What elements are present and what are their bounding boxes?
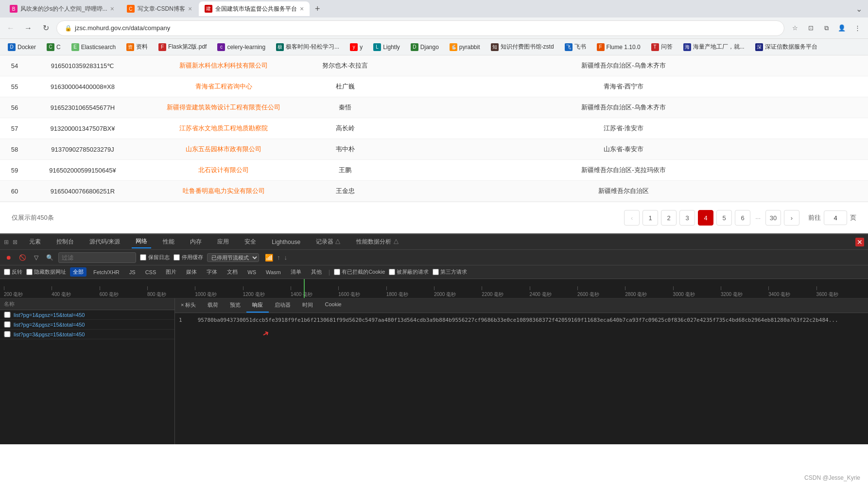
rp-tab-cookie[interactable]: Cookie: [319, 298, 347, 313]
devtools-tab-perfdata[interactable]: 性能数据分析 △: [352, 236, 402, 248]
page-3-button[interactable]: 3: [679, 210, 695, 226]
filter-toggle[interactable]: ▽: [31, 253, 41, 262]
tab-1-close[interactable]: ×: [110, 5, 114, 13]
bookmark-pyrabbit[interactable]: 🐇 pyrabbit: [446, 42, 484, 52]
rp-tab-initiator[interactable]: 启动器: [269, 298, 296, 313]
company-link[interactable]: 吐鲁番明嘉电力实业有限公司: [183, 187, 265, 194]
page-6-button[interactable]: 6: [735, 210, 750, 226]
type-other-button[interactable]: 其他: [308, 267, 325, 277]
bookmark-flume[interactable]: F Flume 1.10.0: [593, 42, 644, 52]
back-button[interactable]: ←: [4, 21, 17, 35]
invert-checkbox[interactable]: 反转: [4, 268, 22, 276]
devtools-tab-recorder[interactable]: 记录器 △: [312, 236, 345, 248]
rp-tab-timing[interactable]: 时间: [296, 298, 319, 313]
devtools-tab-elements[interactable]: 元素: [25, 236, 45, 248]
browser-options[interactable]: ⌄: [854, 2, 864, 16]
hide-data-url-checkbox[interactable]: 隐藏数据网址: [26, 268, 66, 276]
rp-tab-preview[interactable]: 预览: [224, 298, 246, 313]
tab-2[interactable]: C 写文章-CSDN博客 ×: [121, 1, 198, 16]
wifi-icon[interactable]: 📶: [265, 254, 273, 262]
tab-1[interactable]: B 风吹来的沙s的个人空间_哔哩哔... ×: [4, 1, 120, 16]
record-button[interactable]: ⏺: [4, 253, 14, 262]
type-ws-button[interactable]: WS: [244, 268, 259, 276]
devtools-tab-application[interactable]: 应用: [213, 236, 233, 248]
extension-button[interactable]: ⧉: [819, 21, 833, 35]
devtools-tab-memory[interactable]: 内存: [186, 236, 206, 248]
devtools-tab-network[interactable]: 网络: [132, 235, 151, 248]
bookmark-star[interactable]: ☆: [788, 21, 802, 35]
bookmark-flask[interactable]: F Flask第2版.pdf: [155, 41, 210, 52]
company-link[interactable]: 新疆新水科信水利科技有限公司: [179, 62, 268, 69]
bookmark-zhishi[interactable]: 知 知识付费图书馆-zstd: [487, 41, 558, 52]
type-doc-button[interactable]: 文档: [224, 267, 241, 277]
devtools-tab-performance[interactable]: 性能: [159, 236, 178, 248]
company-link[interactable]: 新疆得壹建筑装饰设计工程有限责任公司: [167, 104, 280, 111]
type-font-button[interactable]: 字体: [204, 267, 220, 277]
bookmark-feishu[interactable]: 飞 飞书: [561, 41, 590, 52]
tab-2-close[interactable]: ×: [188, 5, 192, 13]
page-4-button[interactable]: 4: [698, 210, 713, 226]
profile-button[interactable]: 👤: [835, 21, 849, 35]
company-link[interactable]: 江苏省水文地质工程地质勘察院: [179, 124, 268, 132]
bookmark-c[interactable]: C C: [43, 42, 65, 52]
devtools-icon-elements[interactable]: ⊞: [4, 239, 9, 245]
net-item-1-check[interactable]: [4, 312, 11, 318]
net-item-1[interactable]: list?pg=1&pgsz=15&total=450: [0, 310, 174, 320]
cast-button[interactable]: ⊡: [804, 21, 817, 35]
type-js-button[interactable]: JS: [126, 268, 139, 276]
type-xhr-button[interactable]: Fetch/XHR: [90, 268, 122, 276]
page-5-button[interactable]: 5: [716, 210, 732, 226]
type-all-button[interactable]: 全部: [70, 267, 87, 277]
devtools-icon-console[interactable]: ⊠: [13, 239, 17, 245]
company-link[interactable]: 山东五岳园林市政有限公司: [186, 145, 261, 153]
throttle-select[interactable]: 已停用节流模式: [207, 253, 259, 262]
tab-3-close[interactable]: ×: [300, 5, 304, 13]
net-item-3[interactable]: list?pg=3&pgsz=15&total=450: [0, 330, 174, 339]
page-30-button[interactable]: 30: [765, 210, 781, 226]
bookmark-hailian[interactable]: 海 海量产地工厂，就...: [679, 41, 748, 52]
clear-button[interactable]: 🚫: [17, 253, 27, 262]
bookmark-docker[interactable]: D Docker: [4, 42, 40, 52]
upload-button[interactable]: ↑: [277, 254, 280, 261]
devtools-tab-security[interactable]: 安全: [241, 236, 260, 248]
page-next-button[interactable]: ›: [784, 210, 799, 226]
bookmark-wenda[interactable]: T 问答: [647, 41, 677, 52]
company-link[interactable]: 青海省工程咨询中心: [195, 83, 252, 90]
bookmark-shenzhenxin[interactable]: 深 深证信数据服务平台: [751, 41, 821, 52]
jump-input[interactable]: [824, 210, 847, 225]
devtools-close-button[interactable]: ✕: [855, 238, 864, 246]
net-item-2-check[interactable]: [4, 321, 11, 328]
new-tab-button[interactable]: +: [311, 2, 324, 16]
bookmark-elasticsearch[interactable]: E Elasticsearch: [68, 42, 120, 52]
reload-button[interactable]: ↻: [39, 21, 52, 35]
bookmark-y[interactable]: y y: [346, 42, 366, 52]
bookmark-django[interactable]: D Django: [407, 42, 443, 52]
menu-button[interactable]: ⋮: [851, 21, 864, 35]
company-link[interactable]: 北石设计有限公司: [198, 166, 249, 174]
type-media-button[interactable]: 媒体: [183, 267, 200, 277]
type-css-button[interactable]: CSS: [142, 268, 159, 276]
page-prev-button[interactable]: ‹: [624, 210, 640, 226]
third-party-checkbox[interactable]: 第三方请求: [433, 268, 467, 276]
keep-log-checkbox[interactable]: 保留日志: [140, 254, 170, 261]
blocked-request-checkbox[interactable]: 被屏蔽的请求: [389, 268, 429, 276]
type-manifest-button[interactable]: 清单: [288, 267, 304, 277]
devtools-tab-lighthouse[interactable]: Lighthouse: [268, 237, 304, 247]
rp-tab-response[interactable]: 响应: [246, 298, 269, 313]
bookmark-geek[interactable]: 极 极客时间-轻松学习...: [272, 41, 343, 52]
devtools-tab-sources[interactable]: 源代码/来源: [86, 236, 124, 248]
page-1-button[interactable]: 1: [642, 210, 658, 226]
download-button[interactable]: ↓: [284, 254, 288, 261]
blocked-cookie-checkbox[interactable]: 有已拦截的Cookie: [334, 268, 385, 276]
disable-cache-checkbox[interactable]: 停用缓存: [174, 254, 203, 261]
bookmark-lightly[interactable]: L Lightly: [369, 42, 404, 52]
rp-tab-payload[interactable]: 载荷: [202, 298, 224, 313]
bookmark-celery[interactable]: c celery-learning: [213, 42, 269, 52]
net-item-2[interactable]: list?pg=2&pgsz=15&total=450: [0, 320, 174, 330]
search-icon[interactable]: 🔍: [45, 253, 54, 262]
forward-button[interactable]: →: [21, 21, 35, 35]
page-2-button[interactable]: 2: [661, 210, 677, 226]
address-input[interactable]: 🔒 jzsc.mohurd.gov.cn/data/company: [56, 20, 784, 36]
filter-input[interactable]: [58, 252, 136, 263]
tab-3[interactable]: 建 全国建筑市场监督公共服务平台 ×: [199, 1, 310, 16]
